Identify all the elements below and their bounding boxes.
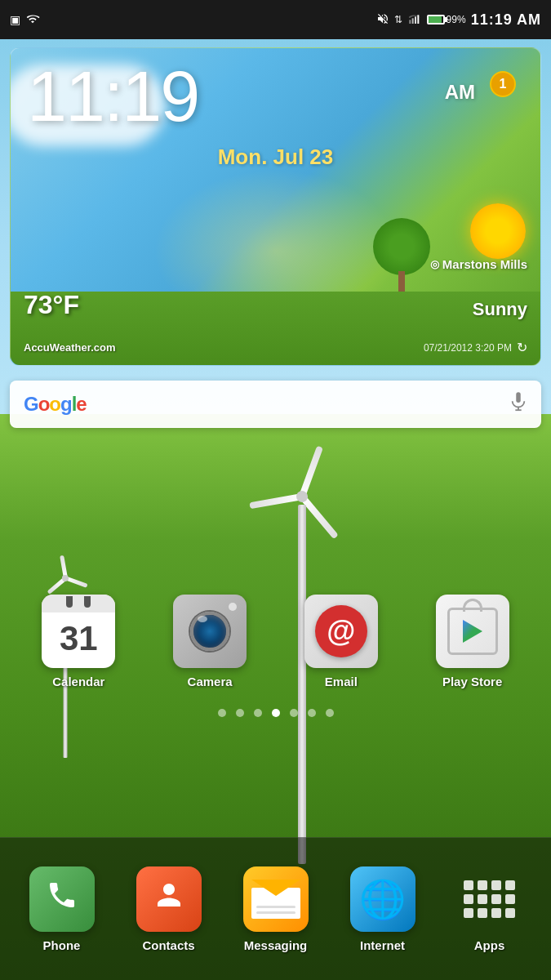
messaging-label: Messaging	[244, 938, 308, 952]
internet-icon-bg: 🌐	[350, 866, 415, 932]
globe-icon: 🌐	[359, 877, 406, 921]
playstore-label: Play Store	[442, 675, 502, 688]
status-left-icons: ▣	[10, 12, 40, 28]
weather-temperature: 73°F	[24, 290, 79, 320]
calendar-header	[42, 595, 115, 612]
battery-icon: 99%	[427, 14, 466, 25]
bottom-dock: Phone Contacts	[0, 837, 551, 980]
search-bar[interactable]: Google	[10, 381, 541, 428]
envelope-lines	[256, 906, 295, 914]
page-dot-4[interactable]	[272, 709, 280, 717]
calendar-ring-left	[66, 596, 73, 608]
messaging-dock-icon[interactable]: Messaging	[243, 866, 309, 952]
update-time: 07/21/2012 3:20 PM	[424, 342, 512, 354]
calendar-label: Calendar	[52, 675, 104, 688]
grid-dot-9	[464, 908, 473, 918]
tree-decoration	[369, 214, 434, 296]
weather-ampm: AM	[445, 81, 475, 104]
weather-location: ◎ Marstons Mills	[430, 257, 527, 271]
status-bar: ▣ ⇅ 99% 11:19 AM	[0, 0, 551, 39]
grid-dot-2	[478, 880, 487, 890]
email-circle: @	[315, 605, 367, 657]
phone-icon-bg	[29, 866, 95, 932]
camera-app[interactable]: Camera	[173, 595, 247, 688]
grid-dot-6	[478, 894, 487, 904]
sync-icon: ⇅	[394, 14, 402, 25]
grid-dot-5	[464, 894, 473, 904]
grid-dot-8	[505, 894, 515, 904]
apps-dock-icon[interactable]: Apps	[457, 866, 522, 952]
page-dot-5[interactable]	[290, 709, 298, 717]
battery-percent: 99%	[447, 14, 466, 25]
internet-dock-icon[interactable]: 🌐 Internet	[350, 866, 415, 952]
play-logo	[458, 617, 487, 646]
apps-grid	[457, 874, 522, 924]
phone-label: Phone	[43, 938, 81, 952]
contacts-dock-icon[interactable]: Contacts	[136, 866, 202, 952]
camera-flash	[229, 603, 237, 611]
weather-date: Mon. Jul 23	[11, 145, 540, 170]
home-screen: 11:19 AM 1 Mon. Jul 23 ◎ Marstons Mills …	[0, 39, 551, 980]
grid-dot-7	[491, 894, 501, 904]
playstore-app[interactable]: Play Store	[436, 595, 509, 688]
phone-dock-icon[interactable]: Phone	[29, 866, 95, 952]
env-line-1	[256, 906, 295, 908]
sim-icon: ▣	[10, 13, 20, 26]
weather-widget[interactable]: 11:19 AM 1 Mon. Jul 23 ◎ Marstons Mills …	[10, 47, 541, 366]
contacts-icon-bg	[136, 866, 202, 932]
page-indicators	[0, 709, 551, 717]
env-line-2	[256, 911, 295, 914]
page-dot-2[interactable]	[236, 709, 244, 717]
mute-icon	[376, 12, 389, 28]
svg-rect-3	[417, 15, 419, 24]
phone-symbol	[46, 879, 78, 919]
page-dot-1[interactable]	[218, 709, 226, 717]
grid-dot-11	[491, 908, 501, 918]
sun-icon	[470, 203, 526, 259]
grid-dot-1	[464, 880, 473, 890]
email-label: Email	[325, 675, 358, 688]
wifi-icon	[25, 12, 40, 28]
svg-rect-1	[411, 18, 413, 24]
bag-shape	[447, 608, 498, 655]
refresh-icon[interactable]: ↻	[517, 340, 527, 355]
envelope-container	[251, 880, 300, 919]
person-symbol	[152, 878, 186, 920]
accuweather-logo: AccuWeather.com	[24, 341, 115, 354]
notification-badge[interactable]: 1	[490, 71, 516, 97]
page-dot-3[interactable]	[254, 709, 262, 717]
grid-dot-10	[478, 908, 487, 918]
email-icon: @	[304, 595, 378, 668]
tree-canopy	[373, 218, 430, 275]
svg-rect-4	[516, 392, 521, 403]
calendar-icon: 31	[42, 595, 115, 668]
envelope-flap	[251, 880, 300, 896]
svg-marker-7	[463, 620, 482, 643]
grid-dot-3	[491, 880, 501, 890]
calendar-ring-right	[84, 596, 91, 608]
camera-icon	[173, 595, 247, 668]
grid-dot-4	[505, 880, 515, 890]
weather-condition: Sunny	[473, 299, 527, 320]
weather-clock: 11:19	[27, 60, 198, 132]
signal-icon	[407, 12, 422, 28]
blade-1	[299, 446, 323, 498]
camera-lens	[190, 612, 229, 651]
internet-label: Internet	[360, 938, 405, 952]
microphone-icon[interactable]	[509, 392, 527, 417]
camera-label: Camera	[188, 675, 233, 688]
at-symbol: @	[327, 614, 355, 648]
email-app[interactable]: @ Email	[304, 595, 378, 688]
grid-dot-12	[505, 908, 515, 918]
google-logo: Google	[24, 393, 87, 416]
contacts-label: Contacts	[142, 938, 194, 952]
calendar-app[interactable]: 31 Calendar	[42, 595, 115, 688]
page-dot-6[interactable]	[308, 709, 316, 717]
messaging-icon-bg	[243, 866, 309, 932]
blade-3	[249, 493, 302, 509]
location-pin-icon: ◎	[430, 258, 439, 270]
svg-rect-2	[415, 16, 416, 24]
page-dot-7[interactable]	[326, 709, 334, 717]
calendar-date: 31	[42, 612, 115, 668]
bag-handle	[463, 599, 482, 612]
